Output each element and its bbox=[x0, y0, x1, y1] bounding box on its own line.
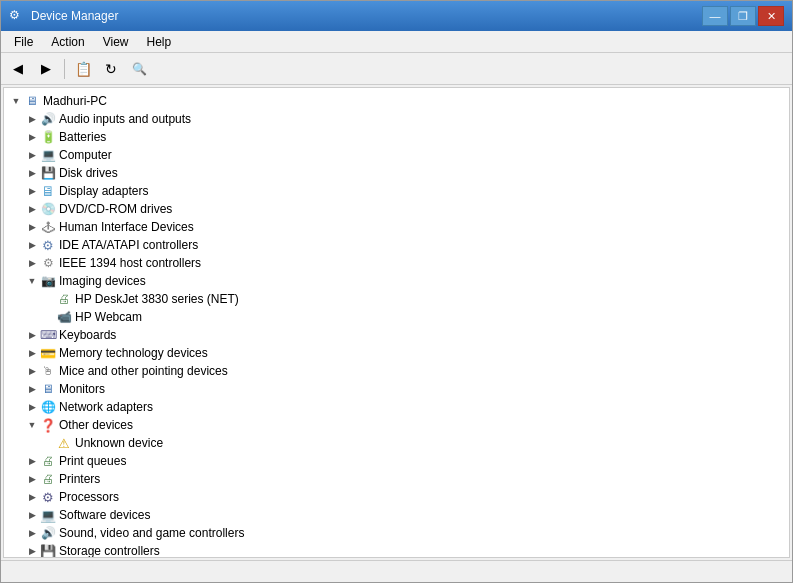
software-label: Software devices bbox=[59, 506, 150, 524]
imaging-label: Imaging devices bbox=[59, 272, 146, 290]
network-icon: 🌐 bbox=[40, 399, 56, 415]
tree-item-print-queues[interactable]: ▶ 🖨 Print queues bbox=[4, 452, 789, 470]
monitors-label: Monitors bbox=[59, 380, 105, 398]
unknown-icon: ⚠ bbox=[56, 435, 72, 451]
other-icon: ❓ bbox=[40, 417, 56, 433]
sound-icon: 🔊 bbox=[40, 525, 56, 541]
memory-tech-icon: 💳 bbox=[40, 345, 56, 361]
storage-label: Storage controllers bbox=[59, 542, 160, 558]
close-button[interactable]: ✕ bbox=[758, 6, 784, 26]
mice-label: Mice and other pointing devices bbox=[59, 362, 228, 380]
tree-root[interactable]: ▼ 🖥 Madhuri-PC bbox=[4, 92, 789, 110]
hid-label: Human Interface Devices bbox=[59, 218, 194, 236]
tree-item-storage[interactable]: ▶ 💾 Storage controllers bbox=[4, 542, 789, 558]
tree-item-audio[interactable]: ▶ 🔊 Audio inputs and outputs bbox=[4, 110, 789, 128]
sound-label: Sound, video and game controllers bbox=[59, 524, 244, 542]
other-expand-icon: ▼ bbox=[24, 417, 40, 433]
main-area: ▼ 🖥 Madhuri-PC ▶ 🔊 Audio inputs and outp… bbox=[1, 85, 792, 560]
minimize-button[interactable]: — bbox=[702, 6, 728, 26]
tree-item-ieee[interactable]: ▶ ⚙ IEEE 1394 host controllers bbox=[4, 254, 789, 272]
toolbar-separator-1 bbox=[64, 59, 65, 79]
display-expand-icon: ▶ bbox=[24, 183, 40, 199]
tree-item-disk[interactable]: ▶ 💾 Disk drives bbox=[4, 164, 789, 182]
tree-item-batteries[interactable]: ▶ 🔋 Batteries bbox=[4, 128, 789, 146]
tree-item-hp-deskjet[interactable]: ▶ 🖨 HP DeskJet 3830 series (NET) bbox=[4, 290, 789, 308]
tree-item-hid[interactable]: ▶ 🕹 Human Interface Devices bbox=[4, 218, 789, 236]
tree-item-keyboards[interactable]: ▶ ⌨ Keyboards bbox=[4, 326, 789, 344]
ieee-expand-icon: ▶ bbox=[24, 255, 40, 271]
tree-item-imaging[interactable]: ▼ 📷 Imaging devices bbox=[4, 272, 789, 290]
keyboards-icon: ⌨ bbox=[40, 327, 56, 343]
title-bar: ⚙ Device Manager — ❐ ✕ bbox=[1, 1, 792, 31]
keyboards-label: Keyboards bbox=[59, 326, 116, 344]
forward-button[interactable]: ▶ bbox=[33, 57, 59, 81]
root-computer-icon: 🖥 bbox=[24, 93, 40, 109]
processors-expand-icon: ▶ bbox=[24, 489, 40, 505]
tree-item-sound[interactable]: ▶ 🔊 Sound, video and game controllers bbox=[4, 524, 789, 542]
tree-item-other[interactable]: ▼ ❓ Other devices bbox=[4, 416, 789, 434]
device-tree[interactable]: ▼ 🖥 Madhuri-PC ▶ 🔊 Audio inputs and outp… bbox=[3, 87, 790, 558]
menu-help[interactable]: Help bbox=[138, 32, 181, 52]
storage-expand-icon: ▶ bbox=[24, 543, 40, 558]
processors-label: Processors bbox=[59, 488, 119, 506]
keyboards-expand-icon: ▶ bbox=[24, 327, 40, 343]
dvd-label: DVD/CD-ROM drives bbox=[59, 200, 172, 218]
ieee-label: IEEE 1394 host controllers bbox=[59, 254, 201, 272]
tree-item-computer[interactable]: ▶ 💻 Computer bbox=[4, 146, 789, 164]
tree-item-network[interactable]: ▶ 🌐 Network adapters bbox=[4, 398, 789, 416]
tree-item-ide[interactable]: ▶ ⚙ IDE ATA/ATAPI controllers bbox=[4, 236, 789, 254]
computer-label: Computer bbox=[59, 146, 112, 164]
monitors-expand-icon: ▶ bbox=[24, 381, 40, 397]
network-expand-icon: ▶ bbox=[24, 399, 40, 415]
print-queues-expand-icon: ▶ bbox=[24, 453, 40, 469]
software-icon: 💻 bbox=[40, 507, 56, 523]
title-bar-left: ⚙ Device Manager bbox=[9, 8, 118, 24]
update-driver-button[interactable]: ↻ bbox=[98, 57, 124, 81]
monitors-icon: 🖥 bbox=[40, 381, 56, 397]
imaging-icon: 📷 bbox=[40, 273, 56, 289]
device-manager-window: ⚙ Device Manager — ❐ ✕ File Action View … bbox=[0, 0, 793, 583]
ieee-icon: ⚙ bbox=[40, 255, 56, 271]
print-queues-icon: 🖨 bbox=[40, 453, 56, 469]
scan-button[interactable]: 🔍 bbox=[126, 57, 152, 81]
unknown-label: Unknown device bbox=[75, 434, 163, 452]
properties-button[interactable]: 📋 bbox=[70, 57, 96, 81]
disk-icon: 💾 bbox=[40, 165, 56, 181]
menu-action[interactable]: Action bbox=[42, 32, 93, 52]
tree-item-memory-tech[interactable]: ▶ 💳 Memory technology devices bbox=[4, 344, 789, 362]
menu-view[interactable]: View bbox=[94, 32, 138, 52]
tree-item-processors[interactable]: ▶ ⚙ Processors bbox=[4, 488, 789, 506]
tree-item-monitors[interactable]: ▶ 🖥 Monitors bbox=[4, 380, 789, 398]
printers-icon: 🖨 bbox=[40, 471, 56, 487]
ide-icon: ⚙ bbox=[40, 237, 56, 253]
audio-label: Audio inputs and outputs bbox=[59, 110, 191, 128]
ide-expand-icon: ▶ bbox=[24, 237, 40, 253]
tree-item-display[interactable]: ▶ 🖥 Display adapters bbox=[4, 182, 789, 200]
tree-item-printers[interactable]: ▶ 🖨 Printers bbox=[4, 470, 789, 488]
tree-item-unknown[interactable]: ▶ ⚠ Unknown device bbox=[4, 434, 789, 452]
batteries-expand-icon: ▶ bbox=[24, 129, 40, 145]
printers-expand-icon: ▶ bbox=[24, 471, 40, 487]
printers-label: Printers bbox=[59, 470, 100, 488]
restore-button[interactable]: ❐ bbox=[730, 6, 756, 26]
display-label: Display adapters bbox=[59, 182, 148, 200]
disk-expand-icon: ▶ bbox=[24, 165, 40, 181]
hp-webcam-label: HP Webcam bbox=[75, 308, 142, 326]
batteries-icon: 🔋 bbox=[40, 129, 56, 145]
hp-deskjet-label: HP DeskJet 3830 series (NET) bbox=[75, 290, 239, 308]
hp-deskjet-icon: 🖨 bbox=[56, 291, 72, 307]
app-icon: ⚙ bbox=[9, 8, 25, 24]
software-expand-icon: ▶ bbox=[24, 507, 40, 523]
menu-file[interactable]: File bbox=[5, 32, 42, 52]
hid-expand-icon: ▶ bbox=[24, 219, 40, 235]
print-queues-label: Print queues bbox=[59, 452, 126, 470]
tree-item-mice[interactable]: ▶ 🖱 Mice and other pointing devices bbox=[4, 362, 789, 380]
tree-item-software[interactable]: ▶ 💻 Software devices bbox=[4, 506, 789, 524]
tree-item-hp-webcam[interactable]: ▶ 📹 HP Webcam bbox=[4, 308, 789, 326]
window-title: Device Manager bbox=[31, 9, 118, 23]
imaging-expand-icon: ▼ bbox=[24, 273, 40, 289]
network-label: Network adapters bbox=[59, 398, 153, 416]
back-button[interactable]: ◀ bbox=[5, 57, 31, 81]
batteries-label: Batteries bbox=[59, 128, 106, 146]
tree-item-dvd[interactable]: ▶ 💿 DVD/CD-ROM drives bbox=[4, 200, 789, 218]
